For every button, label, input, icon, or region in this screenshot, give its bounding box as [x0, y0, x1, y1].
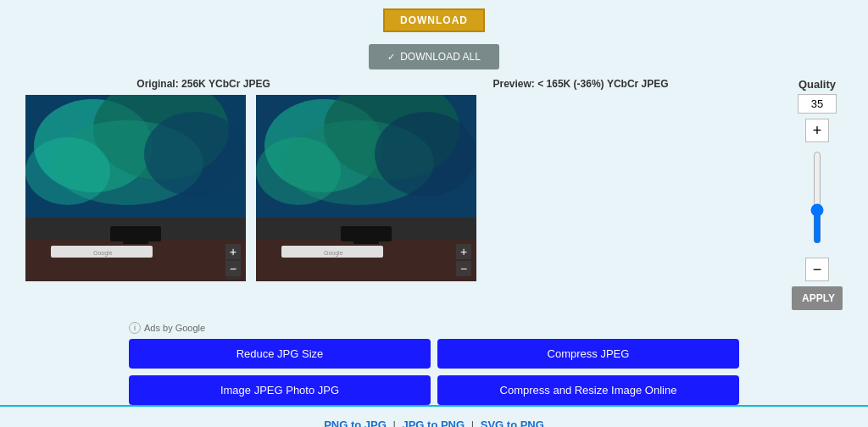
footer-link-png-to-jpg[interactable]: PNG to JPG — [324, 419, 387, 427]
quality-slider-wrap — [809, 146, 826, 249]
original-format: YCbCr JPEG — [209, 78, 270, 90]
preview-zoom-controls: + − — [456, 244, 471, 276]
ad-btn-compress-jpeg[interactable]: Compress JPEG — [437, 339, 739, 369]
svg-text:Google: Google — [324, 250, 343, 257]
images-section: Original: 256K YCbCr JPEG Preview: < 165… — [25, 78, 780, 310]
svg-point-24 — [256, 137, 341, 205]
original-scene-svg: Google New York + − — [25, 95, 246, 281]
footer-separator-2: | — [471, 419, 477, 427]
image-labels: Original: 256K YCbCr JPEG Preview: < 165… — [25, 78, 780, 90]
download-all-button[interactable]: ✓ DOWNLOAD ALL — [369, 44, 499, 69]
preview-image: Google New York + − — [256, 95, 476, 281]
preview-size: < 165K — [537, 78, 570, 90]
ads-section: i Ads by Google Reduce JPG Size Compress… — [103, 322, 765, 405]
svg-text:Google: Google — [93, 250, 113, 257]
svg-rect-8 — [25, 239, 246, 281]
top-bar: DOWNLOAD — [0, 0, 868, 39]
svg-point-6 — [144, 112, 246, 197]
svg-rect-27 — [256, 239, 476, 281]
quality-panel: Quality + − APPLY — [792, 78, 843, 310]
apply-button[interactable]: APPLY — [792, 286, 843, 310]
svg-point-5 — [25, 137, 110, 205]
preview-scene-svg: Google New York — [256, 95, 476, 281]
preview-format: YCbCr JPEG — [607, 78, 669, 90]
quality-input[interactable] — [798, 94, 837, 114]
original-zoom-controls: + − — [225, 244, 241, 276]
ads-by-google-text: Ads by Google — [144, 323, 205, 333]
quality-slider[interactable] — [809, 151, 826, 244]
svg-rect-10 — [123, 237, 148, 244]
images-row: Google New York + − + − — [25, 95, 780, 281]
footer-link-jpg-to-png[interactable]: JPG to PNG — [402, 419, 465, 427]
original-zoom-out[interactable]: − — [225, 261, 241, 276]
preview-label: Preview: < 165K (-36%) YCbCr JPEG — [493, 78, 669, 90]
quality-plus-button[interactable]: + — [805, 119, 829, 142]
preview-zoom-in[interactable]: + — [456, 244, 471, 259]
quality-minus-button[interactable]: − — [805, 258, 829, 281]
original-label: Original: 256K YCbCr JPEG — [136, 78, 270, 90]
main-area: Original: 256K YCbCr JPEG Preview: < 165… — [0, 78, 868, 310]
checkmark-icon: ✓ — [387, 52, 395, 63]
download-button[interactable]: DOWNLOAD — [383, 8, 485, 32]
preview-zoom-out[interactable]: − — [456, 261, 471, 276]
footer-links: PNG to JPG | JPG to PNG | SVG to PNG — [0, 405, 868, 427]
download-all-label: DOWNLOAD ALL — [400, 51, 481, 63]
svg-point-25 — [375, 112, 476, 197]
original-zoom-in[interactable]: + — [225, 244, 241, 259]
ad-buttons-grid: Reduce JPG Size Compress JPEG Image JPEG… — [129, 339, 739, 405]
info-icon: i — [129, 322, 141, 334]
download-all-bar: ✓ DOWNLOAD ALL — [0, 39, 868, 78]
svg-rect-29 — [353, 237, 379, 244]
preview-reduction: (-36%) — [574, 78, 604, 90]
footer-link-svg-to-png[interactable]: SVG to PNG — [481, 419, 544, 427]
original-size: 256K — [181, 78, 206, 90]
quality-label: Quality — [798, 78, 836, 91]
ad-btn-compress-resize[interactable]: Compress and Resize Image Online — [437, 375, 739, 405]
original-image: Google New York + − + − — [25, 95, 246, 281]
ads-label: i Ads by Google — [129, 322, 739, 334]
footer-separator-1: | — [392, 419, 398, 427]
ad-btn-reduce-jpg[interactable]: Reduce JPG Size — [129, 339, 431, 369]
ad-btn-image-jpeg-photo[interactable]: Image JPEG Photo JPG — [129, 375, 431, 405]
